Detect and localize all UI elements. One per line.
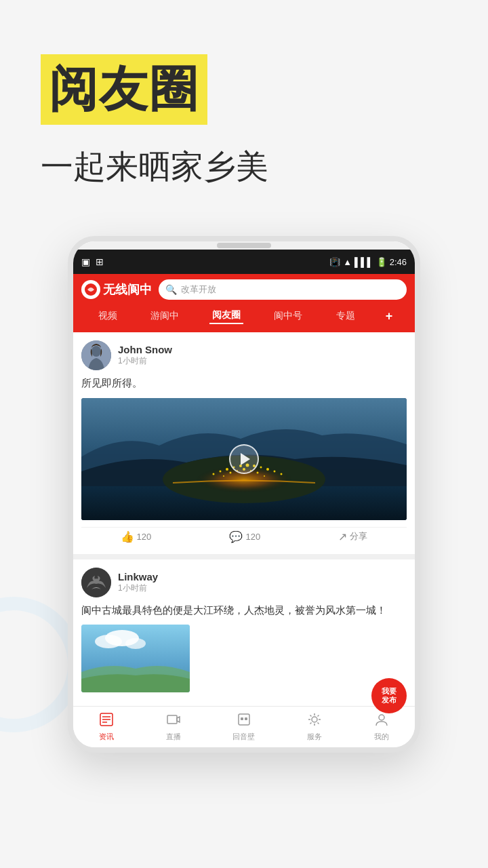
vibration-icon: 📳: [329, 257, 340, 267]
comment-icon: 💬: [229, 530, 243, 543]
bottom-nav-news[interactable]: 资讯: [99, 712, 114, 742]
fab-publish-button[interactable]: 我要 发布: [371, 678, 407, 713]
status-bar: ▣ ⊞ 📳 ▲ ▌▌▌ 🔋 2:46: [73, 250, 415, 274]
hero-title: 阅友圈: [49, 57, 199, 122]
svg-point-15: [266, 468, 269, 471]
signal-icon: ▌▌▌: [354, 257, 373, 267]
svg-point-7: [213, 473, 215, 475]
search-bar[interactable]: 🔍 改革开放: [159, 279, 407, 300]
comment-action[interactable]: 💬 120: [229, 530, 260, 543]
tab-special[interactable]: 专题: [333, 309, 358, 323]
time-display: 2:46: [390, 257, 407, 267]
play-button[interactable]: [229, 444, 259, 474]
hero-title-wrapper: 阅友圈: [41, 54, 207, 125]
svg-point-14: [260, 466, 262, 468]
live-icon: [166, 712, 181, 730]
post-content-john-snow: 所见即所得。: [81, 376, 407, 391]
phone-notch: [217, 243, 271, 248]
svg-rect-37: [245, 717, 247, 720]
svg-rect-34: [167, 715, 177, 724]
post-john-snow: John Snow 1小时前 所见即所得。: [73, 332, 415, 554]
svg-point-23: [257, 471, 259, 473]
svg-point-24: [264, 475, 265, 477]
status-left: ▣ ⊞: [81, 256, 104, 267]
post-meta-john-snow: John Snow 1小时前: [118, 344, 172, 367]
svg-line-46: [310, 723, 312, 724]
echo-icon: [237, 712, 251, 730]
app-header: 无线阆中 🔍 改革开放 视频 游阆中 阅友圈 阆中号 专题 +: [73, 274, 415, 332]
like-action[interactable]: 👍 120: [121, 530, 152, 543]
news-icon: [99, 712, 114, 730]
svg-point-2: [92, 346, 101, 357]
svg-point-38: [312, 717, 317, 722]
bottom-nav-service-label: 服务: [307, 732, 322, 742]
bottom-nav-echo-label: 回音壁: [232, 732, 255, 742]
tab-account[interactable]: 阆中号: [271, 309, 305, 323]
wifi-icon: ▲: [343, 257, 352, 267]
bottom-nav-live[interactable]: 直播: [166, 712, 181, 742]
svg-line-45: [318, 715, 319, 717]
tab-tour[interactable]: 游阆中: [148, 309, 182, 323]
bottom-nav-profile-label: 我的: [374, 732, 389, 742]
service-icon: [307, 712, 322, 730]
post-linkway: Linkway 1小时前 阆中古城最具特色的便是大江环绕，人杰地灵，被誉为风水第…: [73, 559, 415, 701]
bottom-nav-news-label: 资讯: [99, 732, 114, 742]
feed-container: John Snow 1小时前 所见即所得。: [73, 332, 415, 701]
svg-point-18: [223, 475, 224, 477]
hero-section: 阅友圈 一起来晒家乡美: [0, 0, 488, 216]
bottom-nav-profile[interactable]: 我的: [374, 712, 389, 742]
like-count: 120: [137, 532, 152, 542]
post-media-john-snow[interactable]: [81, 398, 407, 520]
post-header-john-snow: John Snow 1小时前: [81, 340, 407, 370]
fab-label-line1: 我要: [382, 687, 396, 696]
search-icon: 🔍: [165, 284, 177, 295]
post-time-john-snow: 1小时前: [118, 355, 172, 367]
action-bar-john-snow: 👍 120 💬 120 ↗ 分享: [81, 527, 407, 546]
avatar-john-snow: [81, 340, 111, 370]
svg-point-29: [125, 638, 146, 649]
svg-point-8: [220, 470, 222, 472]
tab-video[interactable]: 视频: [96, 309, 120, 323]
tab-add-button[interactable]: +: [386, 309, 393, 323]
status-icon-wifi-alt: ⊞: [96, 256, 104, 267]
search-placeholder-text: 改革开放: [181, 283, 216, 296]
svg-point-19: [230, 471, 232, 473]
logo-text: 无线阆中: [103, 281, 152, 298]
hero-subtitle: 一起来晒家乡美: [41, 145, 447, 189]
nav-tabs: 视频 游阆中 阅友圈 阆中号 专题 +: [81, 305, 407, 327]
logo-icon: [81, 280, 100, 299]
bottom-nav-service[interactable]: 服务: [307, 712, 322, 742]
profile-icon: [374, 712, 389, 730]
bottom-nav-live-label: 直播: [166, 732, 181, 742]
svg-line-44: [318, 723, 319, 724]
post-time-linkway: 1小时前: [118, 583, 158, 594]
like-icon: 👍: [121, 530, 134, 543]
fab-label-line2: 发布: [382, 696, 396, 705]
svg-point-16: [274, 470, 276, 472]
svg-line-43: [310, 715, 312, 717]
share-action[interactable]: ↗ 分享: [338, 530, 367, 543]
phone-top-bar: [73, 241, 415, 250]
bottom-nav: 资讯 直播 回音壁: [73, 706, 415, 747]
post-username-john-snow: John Snow: [118, 344, 172, 355]
phone-mockup: ▣ ⊞ 📳 ▲ ▌▌▌ 🔋 2:46: [68, 236, 420, 753]
avatar-linkway: [81, 568, 111, 597]
comment-count: 120: [245, 532, 260, 542]
logo-area: 无线阆中: [81, 280, 152, 299]
bottom-nav-echo[interactable]: 回音壁: [232, 712, 255, 742]
post-content-linkway: 阆中古城最具特色的便是大江环绕，人杰地灵，被誉为风水第一城！: [81, 603, 407, 618]
svg-point-9: [226, 468, 228, 471]
header-top: 无线阆中 🔍 改革开放: [81, 279, 407, 300]
svg-rect-35: [239, 714, 249, 725]
share-label: 分享: [350, 530, 367, 542]
svg-point-47: [379, 715, 384, 720]
post-username-linkway: Linkway: [118, 571, 158, 583]
status-icon-sim: ▣: [81, 256, 90, 267]
play-triangle-icon: [241, 453, 250, 465]
post-image-linkway: [81, 625, 190, 692]
status-right: 📳 ▲ ▌▌▌ 🔋 2:46: [329, 257, 407, 267]
battery-icon: 🔋: [376, 257, 387, 267]
share-icon: ↗: [338, 530, 347, 543]
svg-point-17: [281, 473, 283, 475]
tab-friends[interactable]: 阅友圈: [209, 308, 243, 324]
